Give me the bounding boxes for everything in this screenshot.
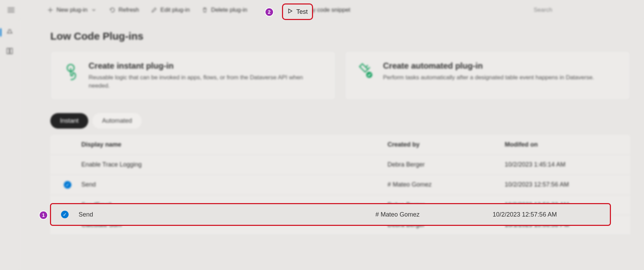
cell-name: Send: [79, 211, 375, 218]
automated-card-desc: Perform tasks automatically after a desi…: [383, 73, 594, 82]
left-rail: [0, 20, 19, 270]
col-modified-on[interactable]: Modifed on: [505, 141, 622, 148]
tap-icon: [61, 61, 80, 80]
new-plugin-button[interactable]: New plug-in: [42, 4, 102, 16]
chevron-down-icon: [90, 7, 97, 13]
col-created-by[interactable]: Created by: [388, 141, 505, 148]
main-content: Low Code Plug-ins Create instant plug-in…: [19, 20, 644, 270]
cell-name: Enable Trace Logging: [81, 161, 388, 168]
test-label: Test: [296, 8, 308, 16]
test-button[interactable]: Test: [282, 3, 313, 20]
cell-created-by: # Mateo Gomez: [388, 181, 505, 188]
play-icon: [287, 8, 293, 16]
automated-card-title: Create automated plug-in: [383, 61, 594, 71]
refresh-label: Refresh: [119, 7, 139, 13]
tabs: Instant Automated: [50, 113, 630, 129]
trash-icon: [201, 7, 208, 13]
hamburger-menu-button[interactable]: [4, 3, 18, 17]
checkmark-icon[interactable]: ✓: [61, 211, 69, 218]
refresh-button[interactable]: Refresh: [104, 4, 144, 16]
cell-modified-on: 10/2/2023 12:57:56 AM: [493, 211, 610, 218]
plus-icon: [47, 7, 54, 13]
new-plugin-label: New plug-in: [57, 7, 88, 13]
cell-created-by: # Mateo Gomez: [375, 211, 493, 218]
create-automated-card[interactable]: Create automated plug-in Perform tasks a…: [345, 51, 630, 100]
svg-rect-2: [10, 48, 12, 54]
tab-automated[interactable]: Automated: [92, 113, 142, 129]
table-row[interactable]: ✓ Send # Mateo Gomez 10/2/2023 12:57:56 …: [50, 175, 630, 195]
checkmark-icon[interactable]: ✓: [64, 181, 71, 189]
edit-plugin-label: Edit plug-in: [160, 7, 190, 13]
table-header-row: Display name Created by Modifed on: [50, 135, 630, 155]
rail-item-library[interactable]: [3, 45, 16, 57]
delete-plugin-button[interactable]: Delete plug-in: [197, 4, 252, 16]
page-title: Low Code Plug-ins: [50, 30, 630, 42]
table-row[interactable]: Enable Trace Logging Debra Berger 10/2/2…: [50, 155, 630, 175]
svg-rect-1: [7, 48, 9, 54]
table-row-selected[interactable]: ✓ Send # Mateo Gomez 10/2/2023 12:57:56 …: [51, 204, 610, 225]
pencil-icon: [151, 7, 158, 13]
tab-instant[interactable]: Instant: [50, 113, 88, 129]
cell-modified-on: 10/2/2023 12:57:56 AM: [505, 181, 622, 188]
refresh-icon: [109, 7, 116, 13]
search-input[interactable]: Search: [530, 4, 640, 16]
edit-plugin-button[interactable]: Edit plug-in: [146, 4, 194, 16]
search-placeholder: Search: [534, 7, 552, 13]
col-display-name[interactable]: Display name: [81, 141, 388, 148]
instant-card-desc: Reusable logic that can be invoked in ap…: [89, 73, 325, 90]
instant-card-title: Create instant plug-in: [89, 61, 325, 71]
cell-name: Send: [81, 181, 388, 188]
delete-plugin-label: Delete plug-in: [211, 7, 247, 13]
rail-item-plugins[interactable]: [3, 26, 16, 39]
cell-modified-on: 10/2/2023 1:45:14 AM: [505, 161, 622, 168]
plug-icon: [355, 61, 375, 80]
cell-created-by: Debra Berger: [388, 161, 505, 168]
create-instant-card[interactable]: Create instant plug-in Reusable logic th…: [50, 51, 336, 100]
toolbar: New plug-in Refresh Edit plug-in Delete …: [0, 0, 644, 20]
